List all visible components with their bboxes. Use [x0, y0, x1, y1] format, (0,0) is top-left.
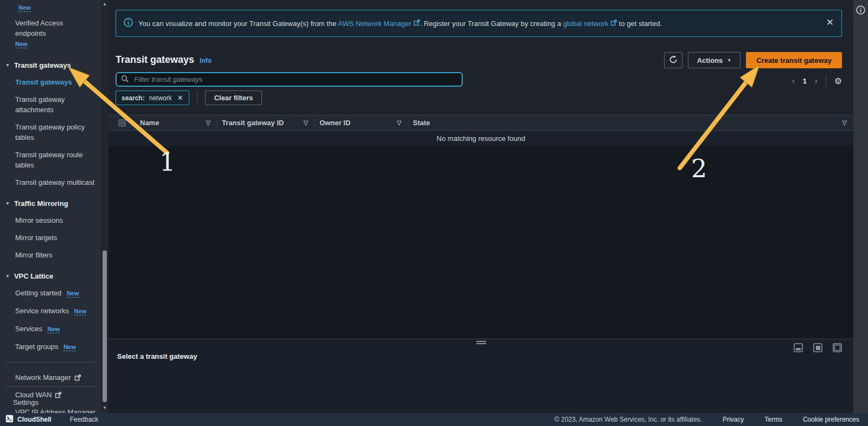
sidebar-item-service-networks[interactable]: Service networks New	[0, 306, 101, 317]
pagination: ‹ 1 › ⚙	[792, 75, 842, 87]
global-network-link[interactable]: global network	[563, 20, 609, 28]
cookie-preferences-link[interactable]: Cookie preferences	[803, 416, 859, 423]
external-link-icon	[413, 20, 420, 28]
sidebar-item-target-groups[interactable]: Target groups New	[0, 341, 101, 352]
filter-column-icon[interactable]: ▽	[395, 119, 404, 126]
vpc-sidebar: New Verified Access endpoints New ▼ Tran…	[0, 0, 101, 413]
header-actions: Actions ▼ Create transit gateway	[664, 52, 842, 68]
info-icon	[124, 18, 133, 29]
console-footer: CloudShell Feedback © 2023, Amazon Web S…	[0, 413, 868, 426]
info-banner: You can visualize and monitor your Trans…	[116, 10, 842, 37]
page-header: Transit gateways Info	[116, 54, 212, 66]
section-caret-icon: ▼	[5, 274, 10, 279]
refresh-button[interactable]	[664, 52, 682, 68]
detail-panel-title: Select a transit gateway	[117, 352, 197, 360]
filter-column-icon[interactable]: ▽	[840, 119, 849, 126]
cloudshell-button[interactable]: CloudShell	[5, 415, 52, 424]
sidebar-section-transit-gateways[interactable]: ▼ Transit gateways	[0, 61, 101, 69]
external-link-icon	[74, 375, 81, 381]
sidebar-item-mirror-sessions[interactable]: Mirror sessions	[0, 215, 101, 225]
sidebar-section-vpc-lattice[interactable]: ▼ VPC Lattice	[0, 272, 101, 280]
info-link[interactable]: Info	[200, 57, 212, 64]
chevron-down-icon: ▼	[727, 58, 731, 63]
filter-search	[116, 72, 463, 87]
transit-gateways-table: Name ▽ Transit gateway ID ▽ Owner ID ▽ S…	[108, 115, 853, 339]
filter-column-icon[interactable]: ▽	[302, 119, 310, 126]
sidebar-overflow-new-badge: New	[0, 3, 101, 11]
panel-layout-side-icon[interactable]	[813, 343, 822, 354]
sidebar-link-vpc-ip-address-manager[interactable]: VPC IP Address Manager	[0, 407, 101, 413]
new-badge: New	[74, 308, 87, 315]
column-header-name[interactable]: Name ▽	[136, 115, 217, 130]
sidebar-item-settings[interactable]: Settings	[13, 398, 39, 406]
sidebar-section-traffic-mirroring[interactable]: ▼ Traffic Mirroring	[0, 199, 101, 208]
sidebar-item-mirror-filters[interactable]: Mirror filters	[0, 250, 101, 260]
page-number[interactable]: 1	[803, 77, 807, 85]
banner-text: You can visualize and monitor your Trans…	[138, 20, 662, 28]
sidebar-item-transit-gateways[interactable]: Transit gateways	[0, 77, 101, 87]
sidebar-item-services[interactable]: Services New	[0, 324, 101, 334]
settings-gear-icon[interactable]: ⚙	[834, 76, 842, 86]
cloudshell-terminal-icon	[5, 415, 14, 424]
section-caret-icon: ▼	[5, 63, 10, 68]
search-icon	[121, 75, 129, 85]
panel-layout-full-icon[interactable]	[833, 343, 842, 354]
panel-layout-controls	[794, 343, 842, 354]
column-header-owner-id[interactable]: Owner ID ▽	[315, 115, 408, 130]
banner-close-icon[interactable]: ✕	[826, 17, 834, 28]
sidebar-item-transit-gateway-policy-tables[interactable]: Transit gateway policy tables	[0, 122, 101, 143]
sidebar-item-transit-gateway-multicast[interactable]: Transit gateway multicast	[0, 177, 101, 188]
sidebar-item-transit-gateway-route-tables[interactable]: Transit gateway route tables	[0, 150, 101, 170]
actions-button[interactable]: Actions ▼	[688, 52, 741, 68]
page-title: Transit gateways	[116, 54, 194, 66]
help-rail	[853, 0, 868, 413]
external-link-icon	[55, 392, 61, 398]
filter-column-icon[interactable]: ▽	[204, 119, 213, 126]
feedback-link[interactable]: Feedback	[70, 416, 99, 423]
select-all-checkbox[interactable]	[118, 119, 126, 127]
sidebar-item-verified-access-endpoints[interactable]: Verified Access endpoints New	[0, 18, 101, 49]
filter-transit-gateways-input[interactable]	[116, 72, 463, 87]
divider	[197, 91, 197, 105]
main-content: You can visualize and monitor your Trans…	[108, 0, 853, 413]
section-caret-icon: ▼	[5, 201, 10, 206]
previous-page-icon[interactable]: ‹	[792, 76, 795, 85]
detail-panel: Select a transit gateway	[108, 339, 853, 413]
column-header-transit-gateway-id[interactable]: Transit gateway ID ▽	[218, 115, 315, 130]
scroll-down-icon[interactable]: ▼	[101, 405, 108, 410]
privacy-link[interactable]: Privacy	[723, 416, 744, 423]
column-header-state[interactable]: State ▽	[409, 115, 853, 130]
create-transit-gateway-button[interactable]: Create transit gateway	[746, 52, 842, 68]
table-header-row: Name ▽ Transit gateway ID ▽ Owner ID ▽ S…	[108, 115, 853, 131]
next-page-icon[interactable]: ›	[815, 76, 818, 85]
table-empty-state: No matching resource found	[108, 131, 853, 146]
scrollbar-thumb[interactable]	[103, 250, 107, 402]
divider	[826, 75, 826, 87]
sidebar-item-mirror-targets[interactable]: Mirror targets	[0, 233, 101, 243]
select-all-cell	[108, 115, 136, 130]
scroll-up-icon[interactable]: ▲	[101, 2, 108, 7]
sidebar-divider	[5, 386, 95, 387]
sidebar-scrollbar[interactable]: ▲ ▼	[101, 0, 108, 413]
new-badge: New	[47, 326, 60, 333]
aws-network-manager-link[interactable]: AWS Network Manager	[338, 20, 411, 28]
filter-chip-search-network[interactable]: search: network ✕	[116, 91, 189, 105]
sidebar-item-transit-gateway-attachments[interactable]: Transit gateway attachments	[0, 94, 101, 115]
sidebar-divider	[5, 362, 95, 363]
remove-filter-icon[interactable]: ✕	[176, 94, 183, 102]
sidebar-item-getting-started[interactable]: Getting started New	[0, 288, 101, 299]
copyright-text: © 2023, Amazon Web Services, Inc. or its…	[554, 416, 702, 423]
new-badge: New	[67, 290, 79, 298]
clear-filters-button[interactable]: Clear filters	[205, 91, 263, 105]
panel-resize-handle[interactable]	[476, 341, 486, 345]
panel-layout-bottom-icon[interactable]	[794, 343, 803, 354]
new-badge: New	[63, 344, 76, 351]
help-info-icon[interactable]	[856, 5, 865, 16]
sidebar-link-network-manager[interactable]: Network Manager	[0, 372, 101, 383]
terms-link[interactable]: Terms	[764, 416, 782, 423]
refresh-icon	[669, 55, 678, 66]
external-link-icon	[610, 20, 617, 28]
filter-chip-row: search: network ✕ Clear filters	[116, 91, 262, 105]
new-badge: New	[15, 41, 28, 48]
